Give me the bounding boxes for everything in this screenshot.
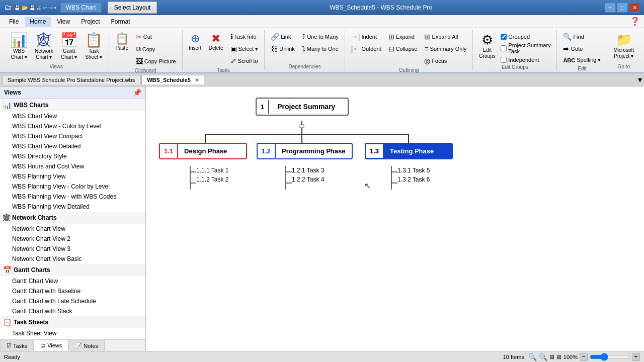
sidebar-group-gantt-charts[interactable]: 📅 Gantt Charts [0, 264, 145, 276]
task-info-ribbon-btn[interactable]: ℹ Task Info [227, 31, 262, 42]
copy-picture-ribbon-btn[interactable]: 🖼 Copy Picture [133, 56, 179, 67]
paste-ribbon-btn[interactable]: 📋 Paste [112, 31, 132, 53]
canvas[interactable]: 1 Project Summary 1.1 Design Phase 1.1.1… [146, 86, 644, 351]
link-label: Link [281, 34, 291, 40]
views-sidebar-tab[interactable]: 🗂 Views [34, 340, 68, 351]
sidebar-pin-btn[interactable]: 📌 [133, 88, 141, 97]
maximize-btn[interactable]: □ [617, 3, 628, 13]
network-chart-ribbon-btn[interactable]: 🕸 NetworkChart ▾ [32, 31, 56, 62]
project-summary-checkbox[interactable] [501, 45, 507, 51]
sidebar-item-network-view[interactable]: Network Chart View [0, 224, 145, 234]
program-num: 1.2 [258, 144, 276, 158]
one-to-many-ribbon-btn[interactable]: ⤴ One to Many [299, 31, 342, 42]
select-ribbon-btn[interactable]: ▣ Select ▾ [227, 43, 262, 54]
sidebar-item-wbs-directory[interactable]: WBS Directory Style [0, 151, 145, 161]
sidebar-item-wbs-planning-color[interactable]: WBS Planning View - Color by Level [0, 182, 145, 192]
views-tab-icon: 🗂 [40, 342, 46, 348]
tabs-dropdown-btn[interactable]: ▾ [638, 75, 642, 84]
sidebar-item-gantt-view[interactable]: Gantt Chart View [0, 276, 145, 286]
sidebar-item-wbs-color-level[interactable]: WBS Chart View - Color by Level [0, 121, 145, 131]
programming-tasks: 1.2.1 Task 3 1.2.2 Task 4 [292, 166, 325, 184]
design-num: 1.1 [160, 144, 178, 158]
wbs5-doc-tab[interactable]: WBS_Schedule5 ✕ [141, 75, 204, 84]
sidebar-item-wbs-planning-codes[interactable]: WBS Planning View - with WBS Codes [0, 192, 145, 202]
expand-all-ribbon-btn[interactable]: ⊞ Expand All [421, 31, 469, 42]
ms-project-ribbon-btn[interactable]: 📁 MicrosoftProject ▾ [610, 31, 637, 61]
select-label: Select ▾ [238, 46, 259, 52]
minimize-btn[interactable]: ─ [605, 3, 616, 13]
sidebar-group-wbs-charts[interactable]: 📊 WBS Charts [0, 99, 145, 111]
summary-only-ribbon-btn[interactable]: ≡ Summary Only [421, 43, 469, 54]
sidebar-item-wbs-detailed[interactable]: WBS Chart View Detailed [0, 141, 145, 151]
grouped-check[interactable]: Grouped [499, 33, 553, 40]
spelling-ribbon-btn[interactable]: ABC Spelling ▾ [560, 55, 604, 65]
scroll-to-ribbon-btn[interactable]: ⤢ Scroll to [227, 55, 262, 66]
find-ribbon-btn[interactable]: 🔍 Find [560, 31, 604, 42]
outdent-ribbon-btn[interactable]: |← Outdent [348, 43, 384, 54]
delete-ribbon-btn[interactable]: ✖ Delete [206, 31, 226, 53]
sidebar-item-gantt-slack[interactable]: Gantt Chart with Slack [0, 306, 145, 316]
indent-ribbon-btn[interactable]: →| Indent [348, 31, 384, 42]
statusbar: Ready 10 Items 🔍 🔍 ⊞ ⊞ 100% − + [0, 351, 644, 362]
notes-sidebar-tab[interactable]: 📝 Notes [68, 340, 105, 351]
tasks-sidebar-tab[interactable]: ☑ Tasks [0, 340, 34, 351]
zoom-out-btn[interactable]: − [580, 353, 588, 361]
independent-check[interactable]: Independent [499, 56, 553, 63]
spelling-label: Spelling ▾ [577, 57, 601, 63]
menu-view[interactable]: View [52, 17, 75, 27]
grouped-checkbox[interactable] [501, 34, 507, 40]
project-summary-node[interactable]: 1 Project Summary [256, 98, 349, 116]
expand-ribbon-btn[interactable]: ⊞ Expand [385, 31, 421, 42]
design-phase-node[interactable]: 1.1 Design Phase [159, 143, 247, 159]
sidebar-item-task-sheet-view[interactable]: Task Sheet View [0, 328, 145, 338]
unlink-ribbon-btn[interactable]: ⛓ Unlink [268, 43, 298, 54]
independent-checkbox[interactable] [501, 57, 507, 63]
sidebar-item-wbs-planning-detailed[interactable]: WBS Planning View Detailed [0, 202, 145, 212]
testing-phase-node[interactable]: 1.3 Testing Phase [365, 143, 453, 159]
menu-format[interactable]: Format [106, 17, 135, 27]
collapse-ribbon-btn[interactable]: ⊟ Collapse [385, 43, 421, 54]
programming-phase-node[interactable]: 1.2 Programming Phase [257, 143, 353, 159]
zoom-in-btn[interactable]: + [632, 353, 640, 361]
cut-ribbon-btn[interactable]: ✂ Cut [133, 31, 179, 42]
delete-label: Delete [209, 45, 223, 51]
sidebar-item-network-basic[interactable]: Network Chart View Basic [0, 254, 145, 264]
task-sheet-ribbon-btn[interactable]: 📋 TaskSheet ▾ [82, 31, 106, 62]
project-summary-task-check[interactable]: Project Summary Task [499, 42, 553, 55]
sidebar-item-wbs-planning[interactable]: WBS Planning View [0, 171, 145, 182]
help-icon[interactable]: ❓ [630, 17, 640, 26]
wbs-chart-tab[interactable]: WBS Chart [60, 3, 102, 13]
sidebar-item-network-view-3[interactable]: Network Chart View 3 [0, 244, 145, 254]
menu-home[interactable]: Home [25, 17, 51, 27]
sidebar-item-wbs-chart-view[interactable]: WBS Chart View [0, 111, 145, 121]
cut-label: Cut [143, 34, 152, 40]
many-to-one-ribbon-btn[interactable]: ⤵ Many to One [299, 43, 342, 54]
wbs-chart-ribbon-btn[interactable]: 📊 WBSChart ▾ [7, 31, 31, 62]
sidebar-group-network-charts[interactable]: 🕸 Network Charts [0, 212, 145, 224]
sidebar-item-wbs-hours-cost[interactable]: WBS Hours and Cost View [0, 161, 145, 171]
goto-ribbon-btn[interactable]: ➡ Goto [560, 43, 604, 54]
link-ribbon-btn[interactable]: 🔗 Link [268, 31, 298, 42]
scroll-to-icon: ⤢ [230, 57, 236, 65]
edit-groups-ribbon-btn[interactable]: ⚙ EditGroups [476, 31, 498, 61]
sample-doc-tab[interactable]: Sample WBS Schedule Pro Standalone Proje… [2, 75, 140, 84]
indent-label: Indent [361, 34, 377, 40]
menu-project[interactable]: Project [76, 17, 105, 27]
sidebar-group-task-sheets[interactable]: 📋 Task Sheets [0, 316, 145, 328]
sidebar-item-wbs-compact[interactable]: WBS Chart View Compact [0, 131, 145, 141]
indent-icon: →| [351, 33, 360, 41]
menu-file[interactable]: File [4, 17, 24, 27]
gantt-chart-ribbon-btn[interactable]: 📅 GanttChart ▾ [57, 31, 81, 62]
copy-ribbon-btn[interactable]: ⧉ Copy [133, 43, 179, 55]
wbs-group-label: WBS Charts [14, 102, 48, 109]
goto-group-label: Go to [617, 63, 629, 69]
insert-ribbon-btn[interactable]: ⊕ Insert [186, 31, 205, 53]
zoom-slider[interactable] [590, 353, 630, 361]
sidebar-item-gantt-late[interactable]: Gantt Chart with Late Schedule [0, 296, 145, 306]
focus-ribbon-btn[interactable]: ◎ Focus [421, 55, 469, 66]
wbs5-tab-close[interactable]: ✕ [195, 77, 199, 83]
select-layout-btn[interactable]: Select Layout [108, 2, 157, 14]
close-btn[interactable]: ✕ [629, 3, 640, 13]
sidebar-item-gantt-baseline[interactable]: Gantt Chart with Baseline [0, 286, 145, 296]
sidebar-item-network-view-2[interactable]: Network Chart View 2 [0, 234, 145, 244]
